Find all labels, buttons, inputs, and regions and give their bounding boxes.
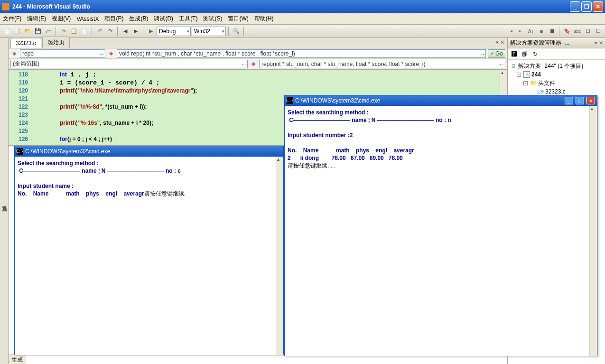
c-file-icon: C± bbox=[537, 88, 544, 95]
status-bar: 生成 bbox=[9, 355, 26, 364]
line-numbers: 118119120 121122123 124125126 bbox=[9, 70, 31, 145]
cmd2-close-button[interactable]: ✕ bbox=[586, 97, 595, 104]
nav-fwd-button[interactable]: ▶ bbox=[131, 27, 140, 36]
menu-project[interactable]: 项目(P) bbox=[104, 15, 123, 23]
cmd-window-2[interactable]: C:\ C:\WINDOWS\system32\cmd.exe _ □ ✕ Se… bbox=[284, 95, 597, 356]
cmd2-title: C:\WINDOWS\system32\cmd.exe bbox=[295, 97, 380, 104]
close-button[interactable]: ✕ bbox=[593, 1, 603, 12]
uncomment-button[interactable]: ≣ bbox=[547, 27, 557, 36]
maximize-button[interactable]: ❐ bbox=[581, 1, 592, 12]
tab-close-button[interactable]: ▾ ✕ bbox=[496, 39, 504, 46]
margin bbox=[31, 70, 50, 145]
paste-button[interactable]: 📄 bbox=[80, 27, 89, 36]
refresh-button[interactable]: ↻ bbox=[531, 50, 540, 58]
redo-button[interactable]: ↷ bbox=[105, 27, 115, 36]
tool-a-button[interactable]: ☐ bbox=[583, 27, 593, 36]
cmd1-output: Select the searching method : C—————————… bbox=[15, 157, 283, 200]
abc-button[interactable]: abc bbox=[573, 27, 582, 36]
platform-dropdown[interactable]: Win32 bbox=[192, 27, 226, 36]
cmd2-output: Select the searching method : C—————————… bbox=[285, 106, 597, 172]
panel-close-button[interactable]: ▾ ✕ bbox=[595, 40, 603, 46]
cmd1-title: C:\WINDOWS\system32\cmd.exe bbox=[25, 148, 110, 155]
solution-node[interactable]: 解决方案 "244" (1 个项目) bbox=[518, 62, 583, 70]
nav-back-button[interactable]: ◀ bbox=[121, 27, 130, 36]
nav-func-dropdown[interactable]: void repo(int *stu_num , char *stu_name … bbox=[117, 49, 486, 58]
new-project-button[interactable]: 📄 bbox=[2, 27, 11, 36]
go-button[interactable]: ✓Go bbox=[488, 49, 505, 58]
document-tabs: 32323.c 起始页 ▾ ✕ bbox=[9, 38, 507, 48]
tool-b-button[interactable]: ☐ bbox=[594, 27, 603, 36]
start-debug-button[interactable]: ▶ bbox=[146, 27, 156, 36]
tab-32323c[interactable]: 32323.c bbox=[10, 38, 41, 48]
bookmark-button[interactable]: 🔖 bbox=[562, 27, 572, 36]
menu-debug[interactable]: 调试(D) bbox=[154, 15, 173, 23]
separator bbox=[117, 27, 118, 36]
comment-button[interactable]: ≡ bbox=[537, 27, 546, 36]
separator bbox=[228, 27, 229, 36]
menubar: 文件(F) 编辑(E) 视图(V) VAssistX 项目(P) 生成(B) 调… bbox=[0, 13, 605, 25]
tab-startpage[interactable]: 起始页 bbox=[42, 37, 70, 48]
undo-button[interactable]: ↶ bbox=[95, 27, 104, 36]
nav-class-dropdown[interactable]: repo bbox=[20, 49, 105, 58]
main-toolbar: 📄 📑 📂 💾 🗃 ✂ 📋 📄 ↶ ↷ ◀ ▶ ▶ Debug Win32 🔍 … bbox=[0, 25, 605, 38]
cmd2-titlebar[interactable]: C:\ C:\WINDOWS\system32\cmd.exe _ □ ✕ bbox=[285, 95, 597, 106]
toolbox-gutter[interactable]: 工具箱 bbox=[0, 38, 9, 364]
app-icon bbox=[2, 3, 9, 10]
project-icon: ⎘ bbox=[523, 71, 530, 78]
save-all-button[interactable]: 🗃 bbox=[44, 27, 53, 36]
menu-vassist[interactable]: VAssistX bbox=[76, 16, 99, 22]
expander-icon[interactable]: - bbox=[517, 73, 521, 77]
menu-build[interactable]: 生成(B) bbox=[129, 15, 148, 23]
separator bbox=[143, 27, 144, 36]
cmd1-scrollbar[interactable] bbox=[276, 157, 283, 355]
menu-file[interactable]: 文件(F) bbox=[3, 15, 21, 23]
add-item-button[interactable]: 📑 bbox=[12, 27, 22, 36]
headers-folder[interactable]: 头文件 bbox=[538, 79, 555, 87]
cmd2-scrollbar[interactable] bbox=[589, 106, 597, 356]
window-titlebar: 244 - Microsoft Visual Studio _ ❐ ✕ bbox=[0, 0, 605, 13]
separator bbox=[243, 27, 244, 36]
member-dropdown[interactable]: repo(int * stu_num, char * stu_name, flo… bbox=[259, 60, 505, 68]
scope-dropdown[interactable]: (全局范围) bbox=[10, 60, 248, 68]
cmd-icon: C:\ bbox=[17, 148, 23, 155]
save-button[interactable]: 💾 bbox=[33, 27, 43, 36]
cmd1-titlebar[interactable]: C:\ C:\WINDOWS\system32\cmd.exe bbox=[15, 146, 283, 157]
cmd2-maximize-button[interactable]: □ bbox=[576, 97, 584, 104]
menu-view[interactable]: 视图(V) bbox=[52, 15, 71, 23]
menu-test[interactable]: 测试(S) bbox=[203, 15, 222, 23]
solution-toolbar: 🅿 🗐 ↻ bbox=[508, 48, 605, 60]
folder-icon: 📁 bbox=[530, 80, 537, 86]
menu-edit[interactable]: 编辑(E) bbox=[27, 15, 46, 23]
class-icon: ◆ bbox=[10, 50, 18, 57]
cmd-window-1[interactable]: C:\ C:\WINDOWS\system32\cmd.exe Select t… bbox=[14, 146, 284, 355]
nav-bars: ◆ repo ◆ void repo(int *stu_num , char *… bbox=[9, 48, 507, 70]
find-in-files-button[interactable]: 🔍 bbox=[232, 27, 241, 36]
config-dropdown[interactable]: Debug bbox=[157, 27, 191, 36]
solution-icon: 🗒 bbox=[510, 63, 517, 69]
minimize-button[interactable]: _ bbox=[570, 1, 580, 12]
menu-window[interactable]: 窗口(W) bbox=[228, 15, 248, 23]
outdent-button[interactable]: ⇤ bbox=[516, 27, 525, 36]
menu-help[interactable]: 帮助(H) bbox=[254, 15, 274, 23]
method-pink-icon: ◆ bbox=[250, 60, 257, 68]
properties-button[interactable]: 🅿 bbox=[510, 50, 519, 58]
show-all-button[interactable]: 🗐 bbox=[521, 50, 529, 58]
cmd2-minimize-button[interactable]: _ bbox=[565, 97, 573, 104]
menu-tools[interactable]: 工具(T) bbox=[179, 15, 197, 23]
indent-button[interactable]: ⇥ bbox=[505, 27, 515, 36]
solution-explorer-title: 解决方案资源管理器 -... ▾ ✕ bbox=[508, 38, 605, 48]
project-node[interactable]: 244 bbox=[531, 70, 541, 79]
expander-icon[interactable]: - bbox=[523, 81, 528, 85]
separator bbox=[56, 27, 56, 36]
separator bbox=[559, 27, 560, 36]
window-title: 244 - Microsoft Visual Studio bbox=[12, 3, 90, 10]
copy-button[interactable]: 📋 bbox=[69, 27, 79, 36]
separator bbox=[92, 27, 93, 36]
method-icon: ◆ bbox=[107, 50, 115, 57]
cmd-icon: C:\ bbox=[287, 97, 293, 104]
format-button[interactable]: A↕ bbox=[526, 27, 536, 36]
cut-button[interactable]: ✂ bbox=[59, 27, 68, 36]
open-button[interactable]: 📂 bbox=[23, 27, 32, 36]
